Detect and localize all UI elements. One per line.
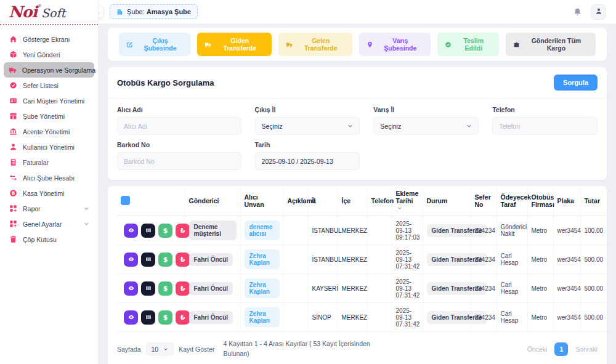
column-header-ekleme_tarihi[interactable]: Ekleme Tarihi	[392, 186, 423, 216]
sidebar-item-grid[interactable]: Genel Ayarlar	[4, 216, 94, 232]
cargo-table: GöndericiAlıcı UnvanAçıklamaİlİçeTelefon…	[117, 186, 607, 332]
cell-ekleme_tarihi: 2025-09-13 07:31:42	[396, 278, 420, 299]
cell-ilce: MERKEZ	[342, 314, 368, 321]
sidebar-item-calculator[interactable]: Faturalar	[4, 155, 94, 170]
sidebar-item-store[interactable]: Şube Yönetimi	[4, 108, 94, 124]
grid-icon	[9, 204, 17, 212]
barcode-button[interactable]	[141, 224, 155, 238]
table-row: $₺Fahri ÖncülZehra KaplanKAYSERİMERKEZ20…	[117, 274, 607, 303]
cell-tutar: 500.00	[585, 285, 604, 292]
column-header-aciklama[interactable]: Açıklama	[283, 186, 308, 216]
cell-plaka: wer3454	[557, 314, 581, 321]
user-menu-button[interactable]	[591, 4, 606, 20]
user-avatar-icon	[594, 7, 603, 17]
column-header-telefon[interactable]: Telefon	[367, 186, 392, 216]
filter-button-edit[interactable]: Çıkış Şubesinde	[119, 33, 190, 56]
dollar-icon: $	[163, 285, 168, 292]
money-button[interactable]: $	[158, 224, 172, 238]
column-header-gonderici[interactable]: Gönderici	[185, 186, 240, 216]
filter-button-label: Teslim Edildi	[456, 37, 492, 52]
column-header-otobus_firmasi[interactable]: Otobüs Firması	[527, 186, 553, 216]
cell-sefer_no: 234234	[475, 256, 495, 263]
store-icon	[9, 112, 17, 120]
money-button[interactable]: $	[158, 253, 172, 267]
table-scroll-area[interactable]: GöndericiAlıcı UnvanAçıklamaİlİçeTelefon…	[108, 186, 607, 332]
sidebar-item-label: Alıcı Şube Hesabı	[23, 174, 75, 182]
truck-icon	[9, 66, 17, 74]
filter-button-briefcase[interactable]: Gönderilen Tüm Kargo	[506, 33, 596, 56]
filter-button-pin[interactable]: Varış Şubesinde	[359, 33, 431, 56]
cell-odeyecek_taraf: Gönderici Nakit	[501, 224, 527, 237]
column-header-ilce[interactable]: İçe	[338, 186, 367, 216]
sidebar-item-truck[interactable]: Operasyon ve Sorgulama	[4, 62, 94, 78]
column-header-sefer_no[interactable]: Sefer No	[471, 186, 496, 216]
chevron-down-icon	[84, 220, 89, 228]
pin-icon	[367, 41, 373, 48]
telefon-input[interactable]	[492, 117, 598, 135]
notifications-button[interactable]	[573, 7, 582, 17]
alici_adi-input[interactable]	[117, 117, 241, 135]
lira-button[interactable]: ₺	[176, 310, 190, 325]
view-button[interactable]	[124, 253, 138, 267]
column-header-alici_unvan[interactable]: Alıcı Unvan	[240, 186, 283, 216]
cikis_il-select[interactable]: Seçiniz	[255, 117, 360, 135]
tarih-input[interactable]	[255, 152, 360, 170]
column-header-il[interactable]: İl	[308, 186, 338, 216]
column-header-odeyecek_taraf[interactable]: Ödeyecek Taraf	[496, 186, 527, 216]
sidebar-nav: Gösterge EkranıYeni GönderiOperasyon ve …	[0, 25, 98, 253]
sidebar-item-bank[interactable]: Acente Yönetimi	[4, 124, 94, 139]
trash-icon	[9, 235, 17, 243]
chevron-down-icon	[347, 123, 353, 129]
lira-button[interactable]: ₺	[176, 224, 190, 238]
field-varis_il: Varış İlSeçiniz	[373, 106, 479, 135]
lira-button[interactable]: ₺	[176, 281, 190, 296]
cell-il: İSTANBUL	[312, 227, 342, 234]
per-page-select[interactable]: 10	[146, 342, 174, 356]
sidebar-item-user[interactable]: Kullanıcı Yönetimi	[4, 139, 94, 155]
sender-badge: Fahri Öncül	[189, 253, 233, 266]
per-page-value: 10	[152, 346, 159, 353]
app-logo: Noi®Soft	[0, 0, 98, 25]
filter-button-truck[interactable]: Gelen Transferde	[278, 33, 352, 56]
sender-badge: Fahri Öncül	[189, 311, 233, 324]
lira-button[interactable]: ₺	[176, 253, 190, 267]
filter-button-check[interactable]: Teslim Edildi	[437, 33, 499, 56]
sidebar-item-id-card[interactable]: Cari Müşteri Yönetimi	[4, 93, 94, 108]
sidebar-item-label: Kullanıcı Yönetimi	[23, 144, 75, 151]
filter-button-truck-active[interactable]: Giden Transferde	[197, 33, 272, 56]
cell-sefer_no: 234234	[475, 314, 495, 321]
sidebar-item-badge-check[interactable]: Sefer Listesi	[4, 78, 94, 93]
barkod_no-input[interactable]	[117, 152, 241, 170]
branch-selector-button[interactable]: Şube: Amasya Şube	[110, 4, 198, 19]
view-button[interactable]	[124, 310, 138, 325]
query-submit-button[interactable]: Sorgula	[554, 75, 598, 91]
column-header-durum[interactable]: Durum	[423, 186, 471, 216]
table-row: $₺Fahri ÖncülZehra KaplanSİNOPMERKEZ2025…	[117, 303, 607, 332]
sidebar-item-package[interactable]: Yeni Gönderi	[4, 47, 94, 62]
barcode-button[interactable]	[141, 281, 155, 296]
sidebar-item-home[interactable]: Gösterge Ekranı	[4, 31, 94, 47]
sender-badge: Deneme müşterisi	[189, 220, 237, 240]
previous-page-button[interactable]: Önceki	[527, 346, 548, 353]
calculator-icon	[9, 158, 17, 166]
sidebar-item-coin[interactable]: BKasa Yönetimi	[4, 185, 94, 201]
sidebar-item-trash[interactable]: Çöp Kutusu	[4, 232, 94, 247]
sidebar-item-swap[interactable]: Alıcı Şube Hesabı	[4, 170, 94, 185]
barcode-button[interactable]	[141, 253, 155, 267]
money-button[interactable]: $	[158, 281, 172, 296]
varis_il-select[interactable]: Seçiniz	[373, 117, 479, 135]
next-page-button[interactable]: Sonraki	[575, 346, 598, 353]
barcode-button[interactable]	[141, 310, 155, 325]
current-page-button[interactable]: 1	[554, 342, 568, 356]
column-header-tutar[interactable]: Tutar	[580, 186, 607, 216]
money-button[interactable]: $	[158, 310, 172, 325]
cell-tutar: 100.00	[585, 227, 604, 234]
select-all-checkbox[interactable]	[121, 196, 130, 205]
sidebar-item-grid[interactable]: Rapor	[4, 201, 94, 216]
svg-text:B: B	[11, 190, 15, 196]
sidebar: Noi®Soft Gösterge EkranıYeni GönderiOper…	[0, 0, 99, 364]
view-button[interactable]	[124, 224, 138, 238]
pagination: Sayfada 10 Kayıt Göster 4 Kayıttan 1 - 4…	[108, 332, 607, 364]
view-button[interactable]	[124, 281, 138, 296]
column-header-plaka[interactable]: Plaka	[553, 186, 580, 216]
